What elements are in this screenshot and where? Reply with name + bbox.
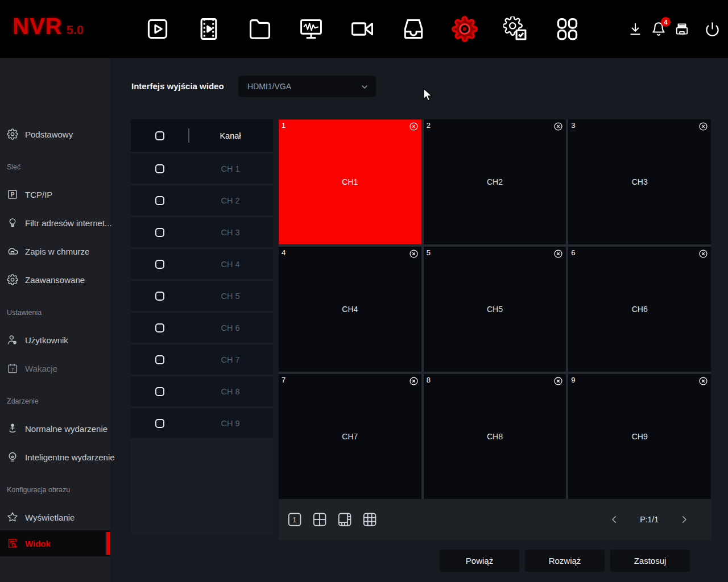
tile-number: 9 — [571, 376, 575, 384]
sidebar-item-zaawansowane[interactable]: Zaawansowane — [0, 269, 110, 290]
brand-text: NVR — [13, 14, 62, 39]
doc-search-icon — [6, 537, 19, 550]
sidebar-item-widok[interactable]: Widok — [0, 530, 110, 556]
playback-icon[interactable] — [196, 16, 222, 42]
table-row-ch4[interactable]: CH 4 — [131, 249, 273, 279]
table-row-ch9[interactable]: CH 9 — [131, 408, 273, 438]
layout-8-icon[interactable] — [336, 511, 353, 528]
row-checkbox[interactable] — [155, 323, 164, 332]
tile-number: 6 — [571, 248, 575, 257]
download-icon[interactable] — [627, 21, 643, 37]
tile-number: 1 — [282, 121, 286, 130]
grid-tile-4[interactable]: 4 CH4 — [279, 247, 421, 372]
table-row-ch3[interactable]: CH 3 — [131, 217, 273, 247]
sidebar-item-label: Normalne wydarzenie — [25, 424, 107, 434]
sidebar-section-zdarzenie: Zdarzenie — [7, 397, 39, 405]
close-icon[interactable] — [409, 376, 419, 386]
table-row-ch1[interactable]: CH 1 — [131, 153, 273, 184]
tile-number: 7 — [282, 376, 286, 384]
modules-icon[interactable] — [554, 16, 580, 42]
grid-tile-6[interactable]: 6 CH6 — [568, 247, 711, 372]
table-row-ch2[interactable]: CH 2 — [131, 185, 273, 215]
output-interface-select[interactable]: HDMI1/VGA — [238, 75, 377, 98]
sidebar-item-inteligentne-wydarzenie[interactable]: Inteligentne wydarzenie — [0, 447, 110, 467]
star-icon — [6, 511, 19, 523]
grid-tile-1[interactable]: 1 CH1 — [279, 119, 421, 244]
table-row-ch8[interactable]: CH 8 — [131, 376, 273, 406]
sidebar-item-zapis-w-chmurze[interactable]: Zapis w chmurze — [0, 241, 110, 261]
sidebar-section-ustawienia: Ustawienia — [7, 309, 42, 317]
camera-icon[interactable] — [349, 16, 375, 42]
tile-number: 4 — [282, 248, 286, 257]
close-icon[interactable] — [553, 376, 563, 386]
tile-number: 5 — [427, 248, 431, 257]
unbind-button[interactable]: Rozwiąż — [525, 550, 605, 572]
close-icon[interactable] — [553, 122, 563, 131]
row-label: CH 6 — [199, 313, 262, 343]
preview-icon[interactable] — [144, 16, 171, 42]
row-checkbox[interactable] — [155, 196, 164, 205]
system-maintenance-icon[interactable] — [298, 16, 324, 42]
tile-number: 2 — [427, 121, 431, 130]
grid-tile-9[interactable]: 9 CH9 — [568, 374, 711, 499]
layout-single-icon[interactable]: 1 — [286, 511, 303, 528]
row-checkbox[interactable] — [155, 164, 164, 173]
settings-icon[interactable] — [452, 16, 478, 42]
close-icon[interactable] — [409, 122, 419, 131]
tile-label: CH9 — [568, 432, 711, 441]
close-icon[interactable] — [409, 249, 419, 259]
sidebar-item-wakacje[interactable]: 7 Wakacje — [0, 358, 110, 379]
table-row-ch5[interactable]: CH 5 — [131, 281, 273, 311]
apply-button[interactable]: Zastosuj — [610, 550, 690, 572]
close-icon[interactable] — [698, 249, 708, 259]
layout-9-icon[interactable] — [361, 511, 378, 528]
backup-device-icon[interactable] — [674, 21, 690, 37]
row-checkbox[interactable] — [155, 292, 164, 301]
page-prev-icon[interactable] — [609, 514, 619, 525]
sidebar-item-uzytkownik[interactable]: Użytkownik — [0, 330, 110, 350]
storage-icon[interactable] — [400, 16, 427, 42]
grid-tile-5[interactable]: 5 CH5 — [424, 247, 566, 372]
sidebar: Podstawowy Sieć P TCP/IP Filtr adresów i… — [0, 58, 110, 582]
file-management-icon[interactable] — [247, 16, 273, 42]
row-label: CH 3 — [199, 217, 262, 247]
sidebar-item-normalne-wydarzenie[interactable]: Normalne wydarzenie — [0, 418, 110, 439]
sidebar-item-label: Zaawansowane — [25, 275, 85, 285]
close-icon[interactable] — [553, 249, 563, 259]
sidebar-item-wyswietlanie[interactable]: Wyświetlanie — [0, 507, 110, 527]
table-row-ch7[interactable]: CH 7 — [131, 344, 273, 375]
bind-button[interactable]: Powiąż — [440, 550, 519, 572]
page-next-icon[interactable] — [679, 514, 689, 525]
close-icon[interactable] — [698, 122, 708, 131]
mouse-cursor — [422, 88, 435, 104]
row-checkbox[interactable] — [155, 387, 164, 396]
sidebar-section-siec: Sieć — [7, 163, 20, 171]
gear-icon — [6, 273, 19, 286]
row-checkbox[interactable] — [155, 355, 164, 364]
system-service-icon[interactable] — [503, 16, 529, 42]
table-row-ch6[interactable]: CH 6 — [131, 313, 273, 343]
row-checkbox[interactable] — [155, 260, 164, 269]
sidebar-item-filtr-adresow[interactable]: Filtr adresów internet... — [0, 213, 110, 233]
layout-4-icon[interactable] — [311, 511, 328, 528]
alarm-bell-icon[interactable]: 4 — [651, 21, 667, 37]
channel-table-header: Kanał — [131, 119, 273, 152]
tile-label: CH1 — [279, 177, 421, 186]
grid-toolbar: 1 P:1/1 — [279, 499, 711, 540]
sidebar-item-podstawowy[interactable]: Podstawowy — [0, 124, 110, 144]
sidebar-item-tcpip[interactable]: P TCP/IP — [0, 184, 110, 205]
grid-tile-7[interactable]: 7 CH7 — [279, 374, 421, 499]
close-icon[interactable] — [698, 376, 708, 386]
version-text: 5.0 — [66, 23, 84, 38]
grid-tile-2[interactable]: 2 CH2 — [424, 119, 566, 244]
grid-tile-8[interactable]: 8 CH8 — [424, 374, 566, 499]
power-icon[interactable] — [704, 21, 720, 37]
select-all-checkbox[interactable] — [155, 131, 164, 140]
grid-tile-3[interactable]: 3 CH3 — [568, 119, 711, 244]
row-checkbox[interactable] — [155, 419, 164, 428]
row-checkbox[interactable] — [155, 228, 164, 237]
sidebar-section-konfiguracja-obrazu: Konfiguracja obrazu — [7, 486, 70, 494]
tile-label: CH7 — [279, 432, 421, 441]
sidebar-item-label: Filtr adresów internet... — [25, 218, 112, 228]
user-gear-icon — [6, 334, 19, 346]
